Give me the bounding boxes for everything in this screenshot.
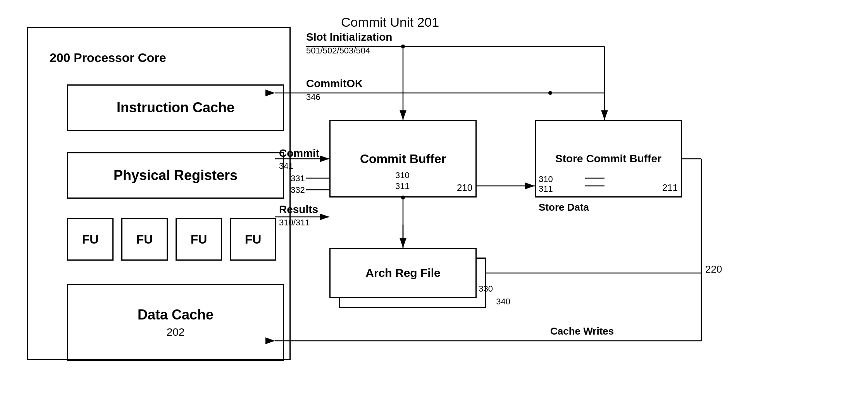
arch-reg-file-label: Arch Reg File: [365, 266, 440, 280]
commit-buffer-num: 210: [457, 182, 472, 193]
svg-point-4: [401, 45, 405, 48]
cache-writes-label: Cache Writes: [550, 325, 614, 337]
store-data-310: 310: [539, 174, 553, 184]
commit-buffer-label: Commit Buffer: [360, 152, 446, 166]
cb-331-label: 331: [291, 173, 305, 184]
fu-box-2: FU: [121, 218, 168, 261]
store-commit-buffer-num: 211: [662, 182, 678, 193]
commit-label: Commit: [279, 147, 319, 160]
physical-registers-box: Physical Registers: [67, 152, 284, 199]
commit-ok-num: 346: [306, 92, 320, 102]
data-cache-num: 202: [167, 326, 185, 338]
results-num: 310/311: [279, 218, 310, 228]
cache-writes-num: 220: [705, 263, 722, 275]
fu-box-4: FU: [230, 218, 276, 261]
instruction-cache-label: Instruction Cache: [117, 100, 234, 116]
store-commit-buffer-label: Store Commit Buffer: [555, 153, 661, 165]
svg-point-8: [548, 91, 552, 95]
store-data-311: 311: [539, 184, 553, 194]
results-label: Results: [279, 203, 318, 216]
instruction-cache-box: Instruction Cache: [67, 84, 284, 131]
physical-registers-label: Physical Registers: [114, 167, 238, 184]
fu-box-1: FU: [67, 218, 114, 261]
arch-reg-num-340: 340: [496, 297, 510, 307]
data-cache-box: Data Cache 202: [67, 284, 284, 361]
store-data-label: Store Data: [539, 201, 589, 213]
store-commit-buffer-box: Store Commit Buffer 211: [535, 120, 682, 198]
processor-core-label: 200 Processor Core: [50, 51, 166, 65]
fu-container: FU FU FU FU: [67, 218, 284, 261]
slot-init-label: Slot Initialization: [306, 31, 392, 43]
processor-core-box: 200 Processor Core Instruction Cache Phy…: [27, 27, 291, 360]
slot-init-num: 501/502/503/504: [306, 46, 370, 56]
cb-332-label: 332: [291, 185, 305, 195]
data-cache-label: Data Cache: [138, 307, 214, 323]
arch-reg-file-box: Arch Reg File 330 340: [329, 248, 477, 298]
commit-buffer-box: Commit Buffer 210: [329, 120, 477, 198]
fu-box-3: FU: [176, 218, 222, 261]
arch-reg-num-330: 330: [479, 284, 493, 294]
commit-ok-label: CommitOK: [306, 77, 363, 90]
diagram-container: 200 Processor Core Instruction Cache Phy…: [12, 8, 856, 387]
commit-num: 341: [279, 161, 293, 171]
commit-unit-label: Commit Unit 201: [341, 15, 439, 30]
